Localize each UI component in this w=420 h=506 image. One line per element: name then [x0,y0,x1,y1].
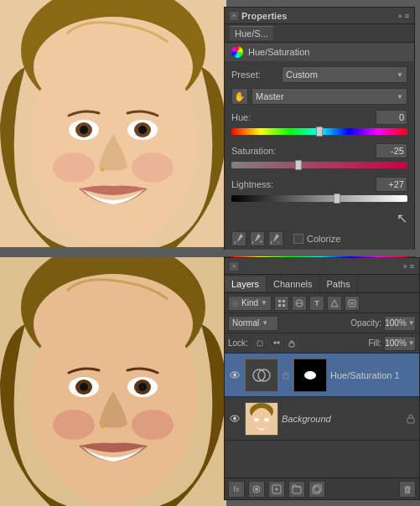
layer-eye-huesat[interactable] [228,369,241,382]
layers-content: Hue/Saturation 1 Background [225,354,419,478]
svg-rect-38 [289,343,294,347]
filter-adjustment-btn[interactable] [292,296,307,311]
filter-smart-btn[interactable] [345,296,360,311]
lock-transparent-btn[interactable] [253,337,267,350]
properties-tab-row: Hue/S... [225,24,414,43]
hue-sat-header: Hue/Saturation [225,43,414,61]
svg-rect-34 [349,300,355,307]
svg-point-24 [138,383,147,391]
tab-channels[interactable]: Channels [267,276,319,292]
tools-row: + - Colorize [231,231,407,246]
svg-rect-31 [283,304,285,307]
panel-header: × Properties » ≡ [225,8,414,24]
svg-rect-50 [407,418,414,423]
panel-menu-btn[interactable]: » ≡ [398,12,409,20]
layers-footer: fx 🗑 [225,478,419,499]
svg-point-12 [101,168,105,172]
hue-sat-title: Hue/Saturation [248,47,309,57]
new-layer-btn[interactable] [309,481,325,498]
background-lock-icon [406,414,416,424]
huesat-mask-thumb [293,359,327,392]
panel-close-btn[interactable]: × [230,12,238,20]
svg-point-49 [264,418,269,421]
preset-label: Preset: [231,70,282,80]
channel-dropdown-arrow: ▼ [397,93,403,101]
opacity-value[interactable]: 100% ▼ [384,316,416,331]
filter-kind-dropdown[interactable]: ◎ Kind ▼ [228,296,272,311]
hue-sat-tab[interactable]: Hue/S... [230,26,273,40]
svg-rect-58 [314,485,321,492]
channel-dropdown[interactable]: Master ▼ [251,88,407,105]
saturation-label: Saturation: [231,146,276,156]
lock-image-btn[interactable] [269,337,283,350]
layer-row-huesat[interactable]: Hue/Saturation 1 [225,354,419,397]
background-layer-name: Background [282,414,402,424]
layer-eye-background[interactable] [228,412,241,426]
add-mask-btn[interactable] [248,481,265,498]
saturation-slider-track-container[interactable] [231,160,407,170]
eyedropper-plus-tool[interactable]: + [250,231,265,246]
lightness-label: Lightness: [231,179,273,189]
lock-position-btn[interactable] [285,337,298,350]
layers-close-btn[interactable]: × [230,262,238,271]
eyedropper-minus-tool[interactable]: - [268,231,283,246]
svg-point-23 [80,383,88,391]
cursor-icon: ↖ [397,210,407,226]
add-fx-btn[interactable]: fx [228,481,245,498]
saturation-thumb[interactable] [295,160,302,170]
panel-divider [0,250,420,256]
filter-icon: ◎ [232,299,239,307]
colorize-label: Colorize [307,234,340,244]
saturation-slider-row: Saturation: -25 [231,143,407,170]
filter-arrow: ▼ [261,299,267,307]
saturation-track [231,162,407,168]
fill-label: Fill: [368,338,381,348]
colorize-row: Colorize [293,234,340,244]
svg-point-44 [233,417,236,421]
new-fill-btn[interactable] [268,481,285,498]
svg-point-10 [80,126,88,134]
layers-tabs: Layers Channels Paths [225,275,419,293]
hue-thumb[interactable] [316,126,323,137]
svg-point-52 [255,488,258,491]
layers-panel: × » ≡ Layers Channels Paths ◎ Kind ▼ T [224,257,420,500]
lightness-track [231,195,407,202]
svg-rect-56 [293,487,301,493]
cursor-area: ↖ [231,210,407,226]
channel-hand-icon[interactable]: ✋ [231,88,248,105]
lightness-thumb[interactable] [334,194,340,204]
hue-sat-icon [231,46,243,58]
svg-point-4 [53,152,95,183]
filter-shape-btn[interactable] [327,296,342,311]
blend-mode-dropdown[interactable]: Normal ▼ [228,316,278,331]
svg-point-17 [53,410,95,440]
filter-pixel-btn[interactable] [274,296,289,311]
layers-lock-toolbar: Lock: Fill: 100% ▼ [225,333,419,354]
hue-slider-track-container[interactable] [231,126,407,137]
svg-point-11 [138,126,147,134]
hue-label: Hue: [231,112,251,122]
saturation-value[interactable]: -25 [376,143,407,158]
tab-layers[interactable]: Layers [225,276,267,292]
lightness-value[interactable]: +27 [376,177,407,192]
delete-layer-btn[interactable]: 🗑 [399,481,416,498]
svg-rect-28 [278,300,281,302]
bottom-photo [0,257,226,506]
fill-value[interactable]: 100% ▼ [384,336,416,351]
svg-rect-57 [313,487,319,493]
layers-menu-btn[interactable]: » ≡ [403,262,414,271]
layer-row-background[interactable]: Background [225,397,419,441]
colorize-checkbox[interactable] [293,234,303,244]
lightness-slider-row: Lightness: +27 [231,177,407,204]
new-group-btn[interactable] [288,481,305,498]
svg-point-40 [233,374,236,377]
preset-dropdown[interactable]: Custom ▼ [282,66,407,83]
svg-point-47 [251,408,272,435]
svg-point-3 [34,17,193,117]
lightness-slider-track-container[interactable] [231,194,407,204]
hue-value[interactable]: 0 [376,110,407,125]
eyedropper-tool[interactable] [231,231,246,246]
filter-type-btn[interactable]: T [309,296,324,311]
svg-text:-: - [277,238,280,244]
tab-paths[interactable]: Paths [320,276,358,292]
